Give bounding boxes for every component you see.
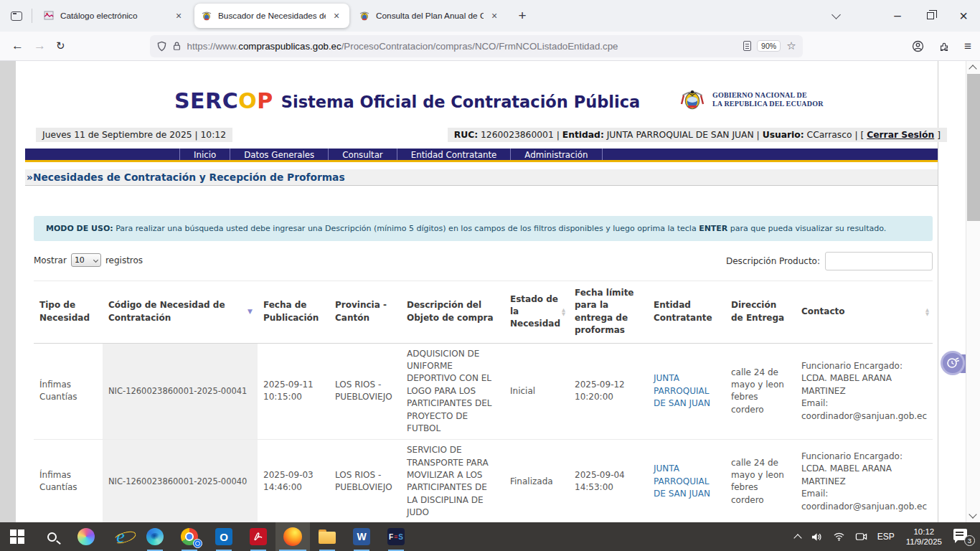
extensions-icon[interactable] [938,41,950,52]
zoom-level-badge[interactable]: 90% [757,40,781,52]
taskbar-word-button[interactable]: W [344,522,379,551]
cell-entidad: JUNTA PARROQUIAL DE SAN JUAN [648,343,725,440]
lock-icon[interactable] [172,41,182,51]
taskbar-acrobat-button[interactable] [241,522,275,551]
back-button[interactable]: ← [11,39,24,53]
new-tab-button[interactable]: + [512,5,533,27]
contact-line2: Email: coordinador@sanjuan.gob.ec [801,397,927,423]
tab-catalogo[interactable]: Catálogo electrónico × [37,4,192,28]
close-window-button[interactable]: × [947,0,980,32]
tab-close-icon[interactable]: × [330,10,343,22]
main-navigation: Inicio Datos Generales Consultar Entidad… [25,149,938,162]
language-indicator[interactable]: ESP [874,522,898,551]
bookmark-star-icon[interactable]: ☆ [786,39,796,52]
taskbar-edge-button[interactable] [138,522,172,551]
edge-icon [146,528,164,545]
firefox-view-button[interactable] [6,6,27,26]
forward-button[interactable]: → [34,39,46,53]
menu-hamburger-icon[interactable]: ≡ [964,39,971,54]
tray-expand-button[interactable] [791,522,804,551]
product-description-input[interactable] [825,252,933,270]
windows-logo-icon [10,529,24,544]
meet-now-button[interactable] [852,522,871,551]
tab-consulta-plan-anual[interactable]: Consulta del Plan Anual de Con × [352,4,507,28]
sort-desc-icon[interactable]: ▼ [248,307,253,316]
floating-timer-widget[interactable] [941,351,966,377]
scroll-down-icon[interactable] [969,510,976,518]
taskbar-clock[interactable]: 10:12 11/9/2025 [901,527,947,547]
cell-direccion: calle 24 de mayo y leon febres cordero [725,440,796,522]
site-title: Sistema Oficial de Contratación Pública [260,93,661,111]
header-label: Fecha de Publicación [263,300,319,322]
nav-item-consultar[interactable]: Consultar [328,149,397,160]
notification-center-button[interactable]: 3 [950,522,979,551]
cell-fecha-publicacion: 2025-09-11 10:15:00 [258,343,329,440]
address-bar[interactable]: https://www.compraspublicas.gob.ec/Proce… [150,35,803,57]
records-per-page-select[interactable]: 10 [71,253,101,267]
start-button[interactable] [0,522,34,551]
nav-separator [602,149,603,160]
usage-note-text-end: para que pueda visualizar su resultado. [727,224,886,233]
tab-close-icon[interactable]: × [172,10,185,22]
tab-buscador-necesidades[interactable]: Buscador de Necesidades de Co × [194,4,349,28]
entity-link[interactable]: JUNTA PARROQUIAL DE SAN JUAN [654,373,710,408]
table-row: Ínfimas Cuantías NIC-1260023860001-2025-… [34,343,933,440]
needs-table: Tipo de Necesidad Código de Necesidad de… [34,281,933,522]
url-text: https://www.compraspublicas.gob.ec/Proce… [187,41,744,52]
taskbar-firefox-button[interactable] [275,522,310,551]
sort-icon[interactable]: ▲▼ [562,308,565,316]
taskbar-fes-button[interactable]: F≡S [379,522,413,551]
col-fecha-publicacion[interactable]: Fecha de Publicación [258,281,329,344]
url-domain: compraspublicas.gob.ec [238,41,341,52]
scrollbar-thumb[interactable] [967,74,980,221]
restore-button[interactable] [914,0,947,32]
header-label: Código de Necesidad de Contratación [108,300,225,322]
nav-item-datos-generales[interactable]: Datos Generales [230,149,328,160]
logout-link[interactable]: Cerrar Sesión [867,130,934,140]
speaker-icon [811,532,823,542]
col-estado-necesidad[interactable]: Estado de la Necesidad▲▼ [504,281,569,344]
vertical-scrollbar[interactable] [966,61,980,522]
sort-icon[interactable]: ▲▼ [925,308,929,316]
government-logo-text: GOBIERNO NACIONAL DE LA REPUBLICA DEL EC… [712,91,824,108]
scroll-up-icon[interactable] [969,65,976,72]
taskbar-chrome-button[interactable] [172,522,207,551]
taskbar-search-button[interactable] [34,522,69,551]
chevron-up-icon [793,534,801,542]
tab-close-icon[interactable]: × [488,10,501,22]
col-descripcion-objeto[interactable]: Descripción del Objeto de compra [401,281,504,344]
account-icon[interactable] [912,40,924,52]
reader-mode-icon[interactable] [743,41,751,51]
col-codigo[interactable]: Código de Necesidad de Contratación▼ [103,281,258,344]
nav-item-administracion[interactable]: Administración [510,149,601,160]
col-provincia-canton[interactable]: Provincia - Cantón [329,281,401,344]
nav-item-inicio[interactable]: Inicio [179,149,230,160]
minimize-button[interactable]: – [881,0,914,32]
nav-item-entidad-contratante[interactable]: Entidad Contratante [397,149,511,160]
network-button[interactable] [829,522,849,551]
taskbar-copilot-button[interactable] [69,522,103,551]
col-contacto[interactable]: Contacto▲▼ [796,281,933,344]
taskbar-apps: e O W F≡S [0,522,413,551]
header-label: Tipo de Necesidad [39,300,90,322]
col-entidad-contratante[interactable]: Entidad Contratante [648,281,725,344]
list-all-tabs-button[interactable] [824,4,848,28]
chevron-down-icon [93,258,98,263]
volume-button[interactable] [807,522,826,551]
taskbar-explorer-button[interactable] [310,522,344,551]
contact-line1: Funcionario Encargado: LCDA. MABEL ARANA… [801,360,927,397]
usuario-value: CCarrasco [807,130,852,140]
col-direccion-entrega[interactable]: Dirección de Entrega [725,281,796,344]
col-fecha-limite[interactable]: Fecha límite para la entrega de proforma… [569,281,648,344]
shield-icon[interactable] [156,41,167,52]
tab-title: Buscador de Necesidades de Co [218,11,326,21]
col-tipo-necesidad[interactable]: Tipo de Necesidad [34,281,103,344]
taskbar-ie-button[interactable]: e [103,522,138,551]
system-tray: ESP 10:12 11/9/2025 3 [791,522,980,551]
taskbar-outlook-button[interactable]: O [207,522,241,551]
fes-bars: ≡ [394,533,397,540]
tab-title: Catálogo electrónico [60,11,168,21]
separator: | [854,130,857,140]
entity-link[interactable]: JUNTA PARROQUIAL DE SAN JUAN [654,463,710,499]
reload-button[interactable]: ↻ [56,39,65,52]
